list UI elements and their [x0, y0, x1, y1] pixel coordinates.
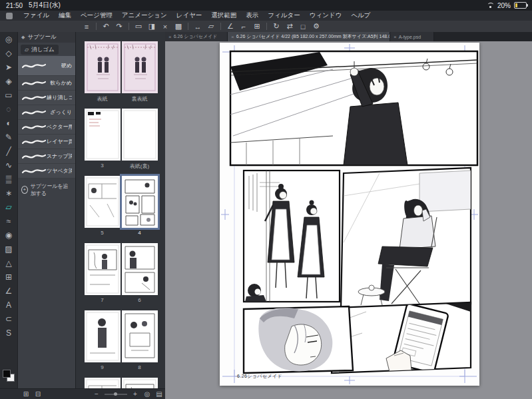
zoom-in-icon[interactable]: + [129, 389, 141, 399]
add-page-icon[interactable]: ⊞ [20, 389, 32, 399]
snap-special-ruler-icon[interactable]: ⌐ [237, 21, 250, 31]
fill-tool[interactable]: ◉ [0, 228, 17, 242]
subtool-item-2[interactable]: 軟らかめ [18, 76, 75, 91]
page-thumbnail-8[interactable] [122, 310, 158, 362]
canvas-viewport[interactable]: 6.26ショパセメイド [165, 41, 532, 399]
gradient-tool[interactable]: ▨ [0, 242, 17, 256]
reset-view-icon[interactable]: □ [296, 21, 310, 31]
page-thumbnail-row6-right[interactable] [122, 378, 158, 388]
current-tool-pill[interactable]: ▱ 消しゴム [21, 45, 59, 55]
ruler-tool[interactable]: ∠ [0, 284, 17, 298]
view-mode-icon[interactable]: ▤ [153, 389, 165, 399]
selection-tool[interactable]: ▭ [0, 88, 17, 102]
blend-tool[interactable]: ≈ [0, 214, 17, 228]
page-thumbnail-row6-left[interactable] [85, 378, 121, 388]
menu-selection[interactable]: 選択範囲 [206, 11, 241, 20]
main-menu-icon[interactable]: ≡ [80, 21, 93, 31]
subtool-item-label: ざっくり [50, 109, 72, 116]
add-subtool-button[interactable]: + サブツールを追加する [18, 179, 75, 201]
balloon-tool[interactable]: ⊂ [0, 312, 17, 326]
color-swatches[interactable] [3, 370, 15, 382]
page-thumbnail-3[interactable] [85, 109, 121, 161]
fit-screen-icon[interactable]: ◎ [141, 389, 153, 399]
subtool-item-4[interactable]: ざっくり [18, 105, 75, 120]
figure-tool[interactable]: △ [0, 256, 17, 270]
menu-window[interactable]: ウィンドウ [305, 11, 347, 20]
rotate-view-icon[interactable]: ↻ [270, 21, 283, 31]
tab-close-icon[interactable]: × [231, 34, 234, 40]
document-tab-1[interactable]: ×6.26 ショパセメイド [165, 32, 228, 41]
airbrush-tool[interactable]: ▒ [0, 172, 17, 186]
page-thumbnail-9[interactable] [85, 310, 121, 362]
object-tool[interactable]: ➤ [0, 60, 17, 74]
toolbar-separator [266, 23, 267, 30]
menu-filter[interactable]: フィルター [263, 11, 304, 20]
date: 5月4日(水) [29, 1, 61, 10]
subtool-panel-icon: ◆ [21, 35, 25, 40]
canvas-area: ×6.26 ショパセメイド×6.26 ショパセメイド 4/22 (B5 182.… [165, 32, 532, 399]
pen-tool[interactable]: ✎ [0, 130, 17, 144]
document-page[interactable]: 6.26ショパセメイド [220, 43, 479, 386]
menu-file[interactable]: ファイル [19, 11, 54, 20]
main-color-swatch[interactable] [3, 370, 11, 378]
tab-close-icon[interactable]: × [394, 34, 397, 40]
brush-tool[interactable]: ∿ [0, 158, 17, 172]
subtool-item-3[interactable]: 練り消しゴム [18, 91, 75, 105]
page-spread-row-5: 98 [76, 310, 165, 370]
page-thumbnail-5[interactable] [85, 176, 121, 228]
document-tab-2[interactable]: ×6.26 ショパセメイド 4/22 (B5 182.00 x 257.00mm… [228, 32, 390, 41]
subtool-item-7[interactable]: スナップ消しゴム [18, 149, 75, 164]
menu-page-management[interactable]: ページ管理 [76, 11, 117, 20]
page-thumbnail-4[interactable] [122, 176, 158, 228]
page-thumbnail-表紙(裏)[interactable] [122, 109, 158, 161]
stroke-preview-icon [21, 152, 47, 161]
line-correction-tool[interactable]: S [0, 326, 17, 340]
eraser-tool[interactable]: ▱ [0, 200, 17, 214]
lasso-tool[interactable]: ◌ [0, 102, 17, 116]
subtool-item-label: ベクター用 [47, 123, 72, 131]
settings-icon[interactable]: ⚙ [310, 21, 323, 31]
menu-help[interactable]: ヘルプ [346, 11, 375, 20]
hand-tool[interactable]: ◇ [0, 46, 17, 60]
thumbnail-zoom-slider[interactable] [105, 394, 127, 395]
pencil-tool[interactable]: ╱ [0, 144, 17, 158]
delete-page-icon[interactable]: ⊟ [32, 389, 44, 399]
subtool-list: 硬め軟らかめ練り消しゴムざっくりベクター用レイヤー貫通スナップ消しゴムツヤベタ消… [18, 56, 75, 179]
menu-animation[interactable]: アニメーション [117, 11, 172, 20]
free-transform-icon[interactable]: ▱ [204, 21, 218, 31]
redo-icon[interactable]: ↷ [113, 21, 126, 31]
subtool-item-8[interactable]: ツヤベタ消しゴム [18, 164, 75, 179]
menu-layer[interactable]: レイヤー [172, 11, 207, 20]
menu-edit[interactable]: 編集 [54, 11, 76, 20]
undo-icon[interactable]: ↶ [99, 21, 113, 31]
app-menu-icon[interactable] [6, 13, 13, 19]
layer-select-tool[interactable]: ◈ [0, 74, 17, 88]
flip-view-icon[interactable]: ⇄ [283, 21, 296, 31]
page-thumbnail-7[interactable] [85, 243, 121, 295]
page-thumbnail-裏表紙[interactable] [122, 41, 158, 93]
decoration-tool[interactable]: ∗ [0, 186, 17, 200]
page-thumbnail-表紙[interactable] [85, 41, 121, 93]
snap-ruler-icon[interactable]: ∠ [224, 21, 237, 31]
invert-selection-icon[interactable]: ◨ [145, 21, 158, 31]
stroke-preview-icon [21, 167, 47, 176]
zoom-tool[interactable]: ◎ [0, 32, 17, 46]
snap-grid-icon[interactable]: ⊞ [250, 21, 264, 31]
fill-icon[interactable]: ▩ [172, 21, 185, 31]
text-tool[interactable]: A [0, 298, 17, 312]
page-thumbnail-6[interactable] [122, 243, 158, 295]
clear-icon[interactable]: × [158, 21, 172, 31]
eyedropper-tool[interactable]: ◐ [0, 116, 17, 130]
menu-view[interactable]: 表示 [241, 11, 263, 20]
subtool-item-1[interactable]: 硬め [18, 56, 75, 76]
clip-studio-window: 21:50 5月4日(水) 20% ファイル編集ページ管理アニメーションレイヤー… [0, 0, 532, 399]
deselect-icon[interactable]: ▭ [132, 21, 145, 31]
zoom-out-icon[interactable]: − [91, 389, 103, 399]
scale-rotate-icon[interactable]: ↔ [191, 21, 204, 31]
subtool-item-6[interactable]: レイヤー貫通 [18, 135, 75, 149]
frame-border-tool[interactable]: ⊞ [0, 270, 17, 284]
document-tab-3[interactable]: ×A-type.psd [390, 32, 434, 41]
tab-close-icon[interactable]: × [168, 34, 172, 40]
current-tool-name: 消しゴム [31, 46, 55, 54]
subtool-item-5[interactable]: ベクター用 [18, 120, 75, 135]
